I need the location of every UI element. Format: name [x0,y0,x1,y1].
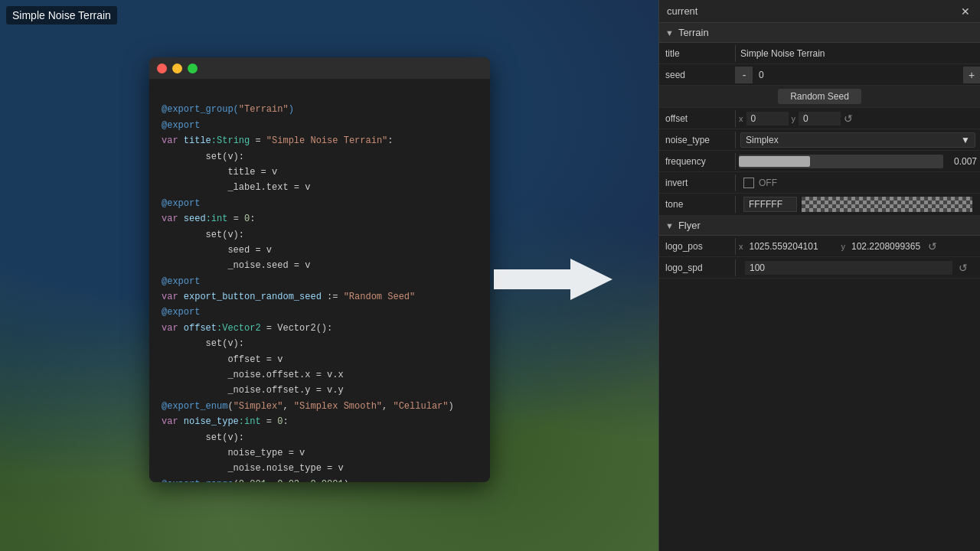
offset-y-label: y [789,114,799,123]
code-line: @export [162,196,478,211]
code-line: set(v): [162,149,478,165]
tone-checker-preview[interactable] [802,197,972,212]
seed-value: 0 [753,70,963,80]
logo-pos-reset-icon[interactable]: ↺ [925,240,940,253]
prop-label-invert: invert [659,174,736,191]
code-line: set(v): [162,430,478,445]
properties-panel: current ✕ ▼ Terrain title Simple Noise T… [658,0,980,551]
prop-value-seed: - 0 + [736,65,980,85]
prop-label-logo-spd: logo_spd [659,259,736,276]
code-line: _noise.noise_type = v [162,461,478,476]
seed-plus-button[interactable]: + [963,67,980,83]
noise-type-dropdown-row: Simplex ▼ [736,131,980,149]
prop-label-noise-type: noise_type [659,132,736,148]
prop-row-frequency: frequency 0.007 [659,151,980,172]
prop-label-frequency: frequency [659,153,736,170]
code-line: @export [162,118,478,133]
logo-pos-row: x 1025.559204101 y 102.2208099365 ↺ [736,240,980,253]
prop-label-title: title [659,45,736,62]
code-line: @export_enum("Simplex", "Simplex Smooth"… [162,399,478,414]
code-line: @export_group("Terrain") [162,102,478,117]
noise-type-dropdown[interactable]: Simplex ▼ [740,132,975,148]
code-body: @export_group("Terrain") @export var tit… [149,79,490,482]
prop-value-tone [736,194,980,215]
terrain-section-arrow: ▼ [665,28,674,37]
invert-state-label: OFF [759,178,777,188]
prop-value-title[interactable]: Simple Noise Terrain [736,47,980,60]
code-line: _label.text = v [162,180,478,195]
prop-row-seed: seed - 0 + [659,64,980,86]
frequency-slider-fill [739,156,810,167]
invert-checkbox-row: OFF [739,176,977,190]
flyer-section-header[interactable]: ▼ Flyer [659,216,980,236]
logo-pos-y-label: y [838,242,849,251]
code-line: seed = v [162,243,478,258]
logo-pos-x-value[interactable]: 1025.559204101 [746,241,838,252]
code-line: _noise.offset.y = v.y [162,383,478,398]
prop-value-logo-spd: ↺ [736,258,980,278]
code-line: set(v): [162,227,478,243]
prop-row-title: title Simple Noise Terrain [659,43,980,64]
window-title: Simple Noise Terrain [6,6,117,24]
seed-minus-button[interactable]: - [736,67,753,83]
logo-spd-row: ↺ [740,259,975,276]
prop-row-noise-type: noise_type Simplex ▼ [659,129,980,151]
svg-marker-0 [494,259,612,300]
frequency-slider-track[interactable] [739,155,943,168]
props-panel-header: current ✕ [659,0,980,23]
code-titlebar [149,57,490,79]
props-panel-title: current [667,5,697,17]
frequency-value: 0.007 [946,156,977,167]
prop-label-seed: seed [659,67,736,83]
logo-spd-input[interactable] [745,261,952,275]
code-line: offset = v [162,352,478,367]
tone-hex-input[interactable] [743,197,797,212]
dropdown-arrow-icon: ▼ [961,135,970,145]
prop-row-tone: tone [659,194,980,216]
code-line: set(v): [162,336,478,351]
code-line [162,86,478,102]
invert-checkbox[interactable] [743,178,754,188]
prop-row-invert: invert OFF [659,172,980,194]
offset-x-input[interactable] [746,112,789,126]
code-line: var export_button_random_seed := "Random… [162,289,478,305]
prop-label-logo-pos: logo_pos [659,238,736,255]
window-btn-maximize[interactable] [188,64,198,73]
window-btn-minimize[interactable] [172,64,182,73]
prop-row-offset: offset x y ↺ [659,108,980,129]
random-seed-button[interactable]: Random Seed [778,89,861,104]
arrow-graphic [494,253,616,306]
logo-spd-reset-icon[interactable]: ↺ [956,262,971,274]
terrain-section-title: Terrain [678,27,709,38]
code-line: var noise_type:int = 0: [162,414,478,429]
code-line: var offset:Vector2 = Vector2(): [162,321,478,336]
offset-xy-group: x y ↺ [736,112,980,126]
flyer-section-arrow: ▼ [665,221,674,230]
prop-row-logo-pos: logo_pos x 1025.559204101 y 102.22080993… [659,236,980,257]
terrain-section-header[interactable]: ▼ Terrain [659,23,980,43]
tone-row [739,195,977,214]
seed-controls: - 0 + [736,67,980,83]
prop-value-invert: OFF [736,174,980,191]
code-line: noise_type = v [162,445,478,461]
offset-y-input[interactable] [799,112,841,126]
flyer-section-title: Flyer [678,220,701,231]
code-line: @export [162,274,478,289]
prop-row-logo-spd: logo_spd ↺ [659,257,980,279]
code-line: @export_range(0.001, 0.02, 0.0001) [162,477,478,482]
prop-value-frequency: 0.007 [736,153,980,170]
offset-reset-icon[interactable]: ↺ [841,112,856,125]
code-editor-window: @export_group("Terrain") @export var tit… [149,57,490,482]
close-button[interactable]: ✕ [959,5,972,18]
code-line: @export [162,305,478,320]
code-line: var seed:int = 0: [162,211,478,227]
code-line: var title:String = "Simple Noise Terrain… [162,133,478,148]
noise-type-selected: Simplex [746,135,779,145]
frequency-slider-row: 0.007 [739,155,977,168]
code-line: _noise.offset.x = v.x [162,367,478,383]
window-btn-close[interactable] [157,64,167,73]
prop-value-offset: x y ↺ [736,110,980,127]
prop-value-logo-pos: x 1025.559204101 y 102.2208099365 ↺ [736,239,980,254]
prop-label-offset: offset [659,110,736,127]
logo-pos-y-value[interactable]: 102.2208099365 [848,241,925,252]
